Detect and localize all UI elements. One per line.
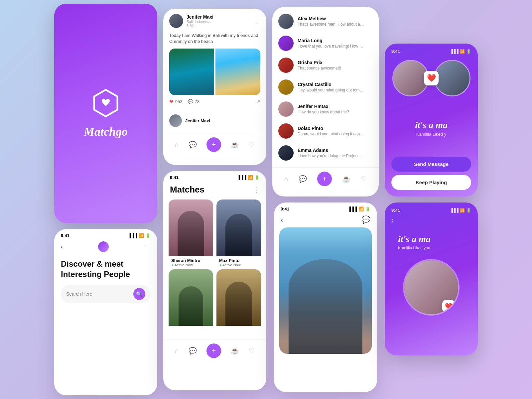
like-icon: ❤ <box>169 99 174 105</box>
app-name: Matchgo <box>84 125 128 139</box>
matches-header: Matches ⋮ <box>163 183 266 200</box>
match-card-3[interactable] <box>169 269 213 336</box>
msg-preview-4: Hey, would you mind going out tomorrow? <box>298 88 364 92</box>
msg-preview-3: That sounds awesome!!! <box>298 66 364 70</box>
wifi-icon-m: 📶 <box>248 175 253 180</box>
panel-discover: 9:41 ▐▐▐ 📶 🔋 ‹ ⋯ Discover & meet Interes… <box>54 229 157 395</box>
msg-preview-5: How do you know about me? <box>298 110 364 114</box>
feed-user-info: Jenifer Maxi Bali, Indonesia 3 Min <box>187 14 251 28</box>
msg-content-1: Alex Methew That's awesome man. How abou… <box>298 16 373 27</box>
msg-item-7[interactable]: Emma Adams I love how you're doing the P… <box>272 142 379 164</box>
feed-caption: Today I am Walking in Bali with my frien… <box>163 31 266 49</box>
discover-title: Discover & meet Interesting People <box>54 256 157 285</box>
match-result-text: it's a ma Kamillia Liked y <box>385 100 478 143</box>
send-message-button[interactable]: Send Message <box>391 157 471 172</box>
wifi-icon-im: 📶 <box>460 208 465 213</box>
heart-nav-msg[interactable]: ♡ <box>361 175 367 183</box>
msg-preview-2: I love that you love travelling! How awe… <box>298 44 364 49</box>
match-info-2: Max Pinto ●Active Now <box>216 256 261 266</box>
msg-avatar-1 <box>278 14 294 29</box>
share-icon[interactable]: ↗ <box>256 98 260 105</box>
profile-time: 9:41 <box>281 206 289 211</box>
msg-name-2: Maria Long <box>298 38 373 43</box>
msg-item-3[interactable]: Grisha Prix That sounds awesome!!! <box>272 54 379 76</box>
msg-item-4[interactable]: Crystal Castillo Hey, would you mind goi… <box>272 76 379 98</box>
post-options-button[interactable]: ⋮ <box>254 17 260 25</box>
battery-icon-im: 🔋 <box>466 208 471 213</box>
home-nav-m[interactable]: ⌂ <box>175 347 179 355</box>
wifi-icon-mr: 📶 <box>460 49 465 54</box>
heart-nav-m[interactable]: ♡ <box>249 347 255 355</box>
coffee-nav-msg[interactable]: ☕ <box>342 175 350 183</box>
coffee-nav-icon[interactable]: ☕ <box>231 141 239 149</box>
chat-nav-icon[interactable]: 💬 <box>189 141 197 149</box>
match-name-1: Sheran Mintro <box>171 258 210 263</box>
match-result-time: 9:41 <box>391 49 400 54</box>
search-button[interactable]: 🔍 <box>133 288 145 300</box>
signal-icon-m: ▐▐▐ <box>237 175 246 180</box>
back-button[interactable]: ‹ <box>61 243 63 250</box>
search-input[interactable] <box>66 291 131 297</box>
wifi-icon-p: 📶 <box>358 206 364 211</box>
chat-nav-m[interactable]: 💬 <box>189 347 197 355</box>
msg-item-5[interactable]: Jenifer HIntax How do you know about me? <box>272 98 379 120</box>
msg-content-2: Maria Long I love that you love travelli… <box>298 38 373 49</box>
chat-nav-msg[interactable]: 💬 <box>299 175 307 183</box>
matches-grid: Sheran Mintro ●Active Now Max Pinto ●Act… <box>163 200 266 336</box>
msg-content-3: Grisha Prix That sounds awesome!!! <box>298 60 373 70</box>
signal-icon: ▐▐▐ <box>128 233 137 238</box>
add-button[interactable]: + <box>206 137 221 152</box>
profile-back-button[interactable]: ‹ <box>281 216 283 224</box>
matches-options[interactable]: ⋮ <box>253 186 260 194</box>
home-nav-msg[interactable]: ⌂ <box>284 175 288 183</box>
discover-nav: ‹ ⋯ <box>54 240 157 256</box>
feed-location: Bali, Indonesia <box>187 20 251 24</box>
feed-poster-avatar <box>169 14 183 28</box>
avatar <box>98 241 109 252</box>
msg-avatar-3 <box>278 58 294 73</box>
matches-status-bar: 9:41 ▐▐▐ 📶 🔋 <box>163 171 266 183</box>
its-match-profile-photo: ❤️ <box>385 256 478 319</box>
add-nav-m[interactable]: + <box>206 343 221 358</box>
msg-preview-7: I love how you're doing the Project365!! <box>298 154 364 158</box>
msg-content-5: Jenifer HIntax How do you know about me? <box>298 104 373 114</box>
coffee-nav-m[interactable]: ☕ <box>231 347 239 355</box>
menu-dots[interactable]: ⋯ <box>144 243 151 250</box>
its-match-title: it's a ma <box>391 227 471 246</box>
feed-preview-avatar <box>169 114 182 127</box>
msg-item-1[interactable]: Alex Methew That's awesome man. How abou… <box>272 10 379 32</box>
comments-count[interactable]: 💬 78 <box>188 99 200 104</box>
msg-name-4: Crystal Castillo <box>298 82 373 87</box>
match-card-1[interactable]: Sheran Mintro ●Active Now <box>169 200 213 266</box>
matches-bottom-nav: ⌂ 💬 + ☕ ♡ <box>163 339 266 362</box>
msg-item-6[interactable]: Dolax Pinto Damn, would you mind doing i… <box>272 120 379 142</box>
bottom-nav: ⌂ 💬 + ☕ ♡ <box>163 133 266 156</box>
profile-chat-icon[interactable]: 💬 <box>361 215 370 224</box>
likes-count[interactable]: ❤ 953 <box>169 99 183 105</box>
its-match-heart-badge: ❤️ <box>442 300 455 313</box>
match-card-2[interactable]: Max Pinto ●Active Now <box>216 200 261 266</box>
feed-actions: ❤ 953 💬 78 ↗ <box>163 95 266 108</box>
its-match-avatar: ❤️ <box>403 259 460 316</box>
match-name-2: Max Pinto <box>219 258 258 263</box>
msg-name-5: Jenifer HIntax <box>298 104 373 109</box>
add-nav-msg[interactable]: + <box>317 172 332 186</box>
msg-content-6: Dolax Pinto Damn, would you mind doing i… <box>298 126 373 136</box>
heart-nav-icon[interactable]: ♡ <box>249 141 255 149</box>
feed-time: 3 Min <box>187 24 251 28</box>
its-match-subtitle: Kamillia Liked you <box>391 246 471 256</box>
match-photo-2 <box>216 200 261 256</box>
match-card-4[interactable] <box>216 269 261 336</box>
messages-list: Alex Methew That's awesome man. How abou… <box>272 7 379 167</box>
match-photos-container: ❤️ <box>385 57 478 100</box>
msg-name-6: Dolax Pinto <box>298 126 373 131</box>
msg-preview-1: That's awesome man. How about a date.. <box>298 22 364 27</box>
status-bar: 9:41 ▐▐▐ 📶 🔋 <box>54 229 157 240</box>
its-match-back-btn[interactable]: ‹ <box>391 216 394 223</box>
feed-post-header: Jenifer Maxi Bali, Indonesia 3 Min ⋮ <box>163 9 266 31</box>
msg-item-2[interactable]: Maria Long I love that you love travelli… <box>272 32 379 54</box>
keep-playing-button[interactable]: Keep Playing <box>391 175 471 190</box>
its-match-back-row: ‹ <box>385 213 478 227</box>
home-nav-icon[interactable]: ⌂ <box>175 141 179 149</box>
feed-username: Jenifer Maxi <box>187 14 251 20</box>
